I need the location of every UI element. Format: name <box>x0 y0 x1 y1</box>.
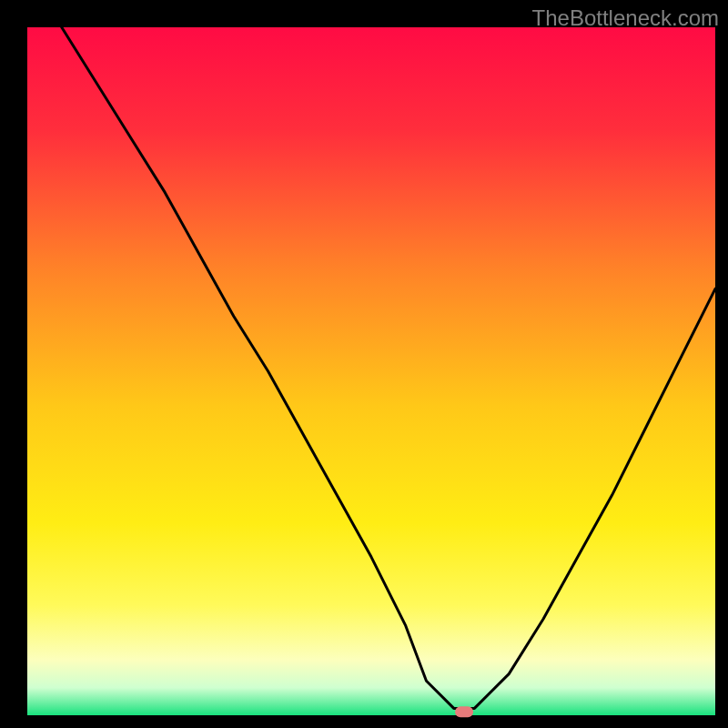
plot-background <box>27 27 715 715</box>
chart-frame: TheBottleneck.com <box>0 0 728 728</box>
optimal-marker <box>455 706 473 717</box>
watermark-text: TheBottleneck.com <box>532 5 719 31</box>
bottleneck-chart <box>0 0 728 728</box>
